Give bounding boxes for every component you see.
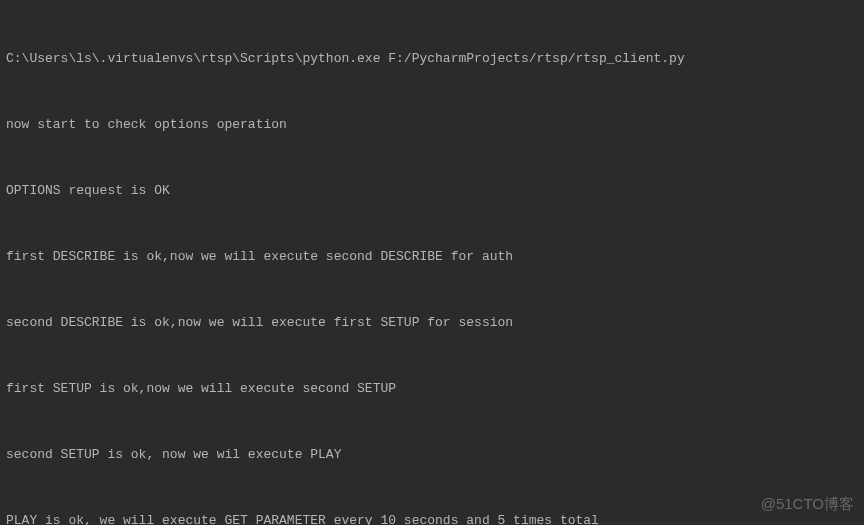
console-line: now start to check options operation — [6, 114, 858, 136]
console-line: second SETUP is ok, now we wil execute P… — [6, 444, 858, 466]
watermark-text: @51CTO博客 — [761, 493, 854, 515]
console-line: OPTIONS request is OK — [6, 180, 858, 202]
console-line: PLAY is ok, we will execute GET_PARAMETE… — [6, 510, 858, 525]
console-output: C:\Users\ls\.virtualenvs\rtsp\Scripts\py… — [6, 4, 858, 525]
console-line: C:\Users\ls\.virtualenvs\rtsp\Scripts\py… — [6, 48, 858, 70]
console-line: second DESCRIBE is ok,now we will execut… — [6, 312, 858, 334]
console-line: first DESCRIBE is ok,now we will execute… — [6, 246, 858, 268]
console-line: first SETUP is ok,now we will execute se… — [6, 378, 858, 400]
